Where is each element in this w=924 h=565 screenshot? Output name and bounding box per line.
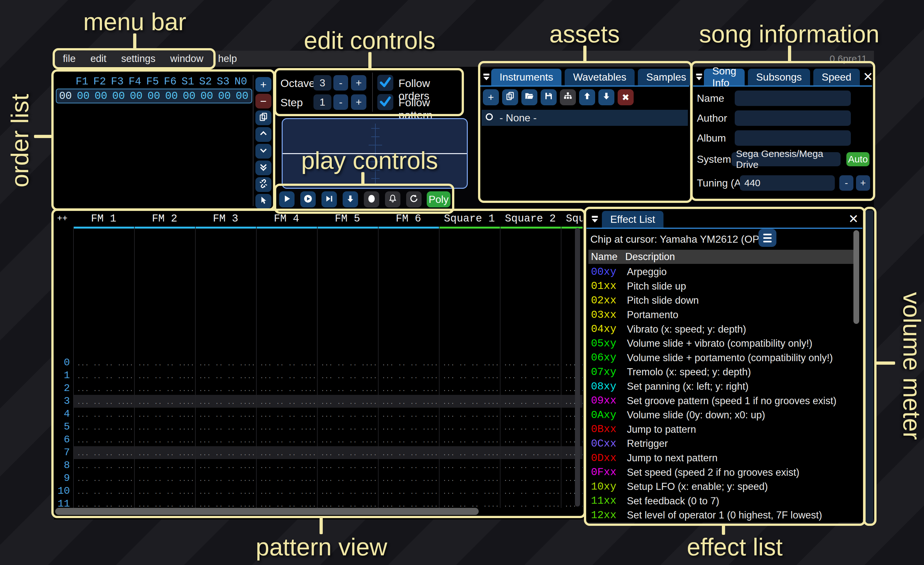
pattern-cell[interactable]: ... .. .. .... [73, 395, 134, 408]
pattern-cell[interactable]: ... .. .. .... [439, 408, 500, 421]
pattern-cell[interactable]: ... .. .. .... [73, 408, 134, 421]
pattern-cell[interactable]: ... .. .. .... [500, 356, 561, 369]
effect-row[interactable]: 02xx Pitch slide down [588, 293, 855, 308]
pattern-cell[interactable]: ... .. .. .... [378, 472, 439, 485]
effect-row[interactable]: 11xx Set feedback (0 to 7) [588, 494, 855, 508]
pattern-cell[interactable]: ... .. .. .... [378, 459, 439, 472]
vertical-scrollbar[interactable] [575, 228, 580, 506]
pattern-cell[interactable]: ... .. .. .... [378, 433, 439, 446]
pattern-cell[interactable]: ... .. .. .... [195, 369, 256, 382]
pattern-cell[interactable]: ... .. .. .... [73, 459, 134, 472]
effect-row[interactable]: 0Axy Volume slide (0y: down; x0: up) [588, 408, 855, 422]
pattern-cell[interactable]: ... .. .. .... [317, 446, 378, 459]
pattern-cell[interactable]: ... .. .. .... [317, 433, 378, 446]
channel-header[interactable]: FM 1 [73, 211, 134, 228]
pattern-cell[interactable]: ... .. .. .... [378, 369, 439, 382]
pattern-cell[interactable]: ... .. .. .... [195, 408, 256, 421]
pattern-cell[interactable]: ... .. .. .... [134, 395, 195, 408]
pattern-row[interactable]: 6 ... .. .. .... ... .. .. .... ... .. .… [54, 433, 583, 446]
pattern-cell[interactable]: ... .. .. .... [256, 459, 317, 472]
order-move-bottom-button[interactable] [255, 161, 272, 175]
pattern-cell[interactable]: ... .. .. .... [134, 497, 195, 507]
horizontal-scrollbar[interactable] [55, 508, 478, 515]
pattern-cell[interactable]: ... .. .. .... [317, 382, 378, 395]
asset-duplicate-button[interactable] [502, 89, 518, 105]
pattern-cell[interactable]: ... .. .. .... [134, 369, 195, 382]
order-cell[interactable]: 00 [163, 90, 180, 102]
pattern-cell[interactable]: ... .. .. .... [256, 356, 317, 369]
channel-header[interactable]: Square 1 [439, 211, 500, 228]
asset-open-button[interactable] [521, 89, 537, 105]
pattern-cell[interactable]: ... .. .. .... [317, 356, 378, 369]
menu-item[interactable]: file [63, 53, 76, 64]
pattern-cell[interactable]: ... .. .. .... [439, 497, 500, 507]
order-cell[interactable]: 00 [233, 90, 251, 102]
order-cell[interactable]: 00 [180, 90, 198, 102]
pattern-cell[interactable]: ... .. .. .... [134, 408, 195, 421]
pattern-cell[interactable]: ... .. .. .... [317, 472, 378, 485]
pattern-cell[interactable]: ... .. .. .... [317, 408, 378, 421]
pattern-cell[interactable]: ... .. .. .... [256, 395, 317, 408]
metronome-button[interactable] [385, 191, 400, 207]
pattern-cell[interactable]: ... .. .. .... [195, 433, 256, 446]
stop-button[interactable] [364, 191, 379, 207]
menu-item[interactable]: window [170, 53, 203, 64]
play-from-cursor-button[interactable] [321, 191, 337, 207]
asset-move-down-button[interactable] [598, 89, 614, 105]
pattern-row[interactable]: 1 ... .. .. .... ... .. .. .... ... .. .… [54, 369, 583, 382]
order-column-header[interactable]: S1 [179, 76, 196, 87]
pattern-cell[interactable]: ... .. .. .... [256, 485, 317, 497]
close-icon[interactable]: ✕ [863, 70, 873, 84]
pattern-cell[interactable]: ... .. .. .... [134, 446, 195, 459]
asset-add-button[interactable]: + [483, 89, 499, 105]
album-input[interactable] [735, 130, 851, 146]
pattern-cell[interactable]: ... .. .. .... [378, 408, 439, 421]
song-info-tab[interactable]: Subsongs [748, 69, 810, 86]
pattern-rows[interactable]: 0 ... .. .. .... ... .. .. .... ... .. .… [54, 356, 583, 507]
asset-move-up-button[interactable] [579, 89, 595, 105]
pattern-cell[interactable]: ... .. .. .... [134, 382, 195, 395]
pattern-row[interactable]: 8 ... .. .. .... ... .. .. .... ... .. .… [54, 459, 583, 472]
effect-row[interactable]: 0Bxx Jump to pattern [588, 422, 855, 437]
assets-tab[interactable]: Instruments [491, 69, 561, 86]
effect-row[interactable]: 09xx Set groove pattern (speed 1 if no g… [588, 394, 855, 408]
author-input[interactable] [735, 110, 851, 126]
repeat-pattern-button[interactable] [406, 191, 422, 207]
pattern-cell[interactable]: ... .. .. .... [439, 446, 500, 459]
channel-header[interactable]: FM 2 [134, 211, 195, 228]
pattern-cell[interactable]: ... .. .. .... [256, 369, 317, 382]
order-cell[interactable]: 00 [74, 90, 92, 102]
order-column-header[interactable]: N0 [232, 76, 250, 87]
order-column-header[interactable]: F3 [108, 76, 126, 87]
order-remove-button[interactable]: − [255, 94, 272, 108]
pattern-cell[interactable]: ... .. .. .... [195, 446, 256, 459]
order-add-button[interactable]: + [255, 77, 272, 92]
order-column-header[interactable]: F1 [73, 76, 91, 87]
order-column-header[interactable]: S2 [196, 76, 214, 87]
pattern-cell[interactable]: ... .. .. .... [500, 421, 561, 433]
pattern-cell[interactable]: ... .. .. .... [134, 472, 195, 485]
effect-list-tab[interactable]: Effect List [602, 211, 663, 228]
order-column-header[interactable]: F5 [144, 76, 161, 87]
pattern-cell[interactable]: ... .. .. .... [378, 497, 439, 507]
asset-save-button[interactable] [541, 89, 556, 105]
pattern-cell[interactable]: ... .. .. .... [73, 433, 134, 446]
pattern-cell[interactable]: ... .. .. .... [195, 382, 256, 395]
channel-header[interactable]: FM 3 [195, 211, 256, 228]
order-move-up-button[interactable] [255, 127, 272, 142]
menu-item[interactable]: settings [121, 53, 156, 64]
pattern-cell[interactable]: ... .. .. .... [439, 356, 500, 369]
pattern-cell[interactable]: ... .. .. .... [134, 433, 195, 446]
pattern-cell[interactable]: ... .. .. .... [134, 356, 195, 369]
pattern-cell[interactable]: ... .. .. .... [378, 395, 439, 408]
pattern-cell[interactable]: ... .. .. .... [195, 497, 256, 507]
pattern-cell[interactable]: ... .. .. .... [439, 485, 500, 497]
pattern-row[interactable]: 9 ... .. .. .... ... .. .. .... ... .. .… [54, 472, 583, 485]
order-duplicate-unique-button[interactable] [255, 177, 272, 192]
order-move-down-button[interactable] [255, 144, 272, 159]
pattern-cell[interactable]: ... .. .. .... [73, 497, 134, 507]
pattern-cell[interactable]: ... .. .. .... [439, 459, 500, 472]
channel-header[interactable]: FM 5 [317, 211, 378, 228]
order-cell[interactable]: 00 [145, 90, 163, 102]
pattern-cell[interactable]: ... .. .. .... [500, 408, 561, 421]
